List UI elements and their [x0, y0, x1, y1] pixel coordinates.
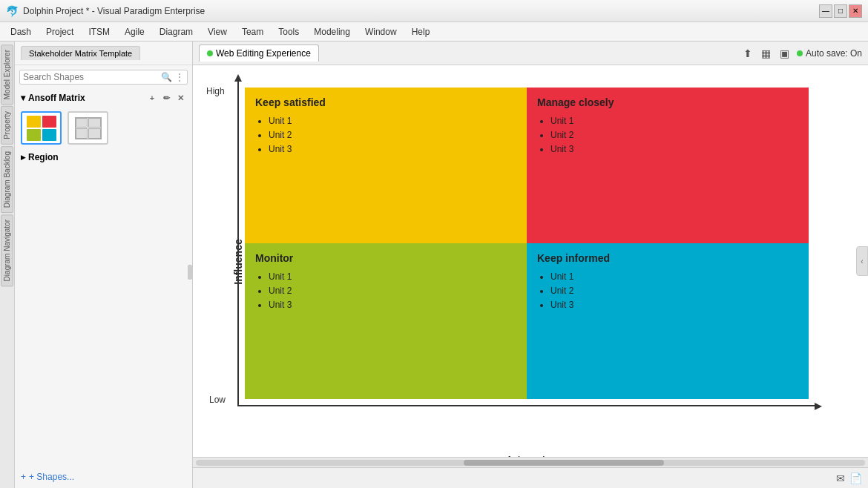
quadrant-keep-satisfied[interactable]: Keep satisfied Unit 1 Unit 2 Unit 3: [245, 88, 527, 243]
menu-project[interactable]: Project: [39, 24, 81, 40]
region-section-header[interactable]: ▸ Region: [15, 149, 192, 165]
menu-agile[interactable]: Agile: [117, 24, 152, 40]
right-collapse-handle[interactable]: ‹: [856, 246, 868, 276]
tab-dot: [207, 50, 213, 56]
window-controls: — □ ✕: [819, 4, 862, 18]
y-axis-high-label: High: [206, 86, 225, 96]
x-axis-label: Interest: [508, 454, 546, 457]
add-shapes-label: + Shapes...: [29, 472, 74, 482]
edit-section-btn[interactable]: ✏: [160, 92, 172, 104]
title-text: Dolphin Project * - Visual Paradigm Ente…: [23, 6, 815, 16]
q-title-monitor: Monitor: [255, 252, 516, 264]
status-bar: ✉ 📄: [193, 467, 868, 488]
breadcrumb[interactable]: Stakeholder Matrix Template: [21, 46, 140, 60]
region-label: Region: [28, 152, 59, 162]
menu-help[interactable]: Help: [404, 24, 438, 40]
scrollbar-thumb[interactable]: [464, 460, 665, 466]
quadrant-monitor[interactable]: Monitor Unit 1 Unit 2 Unit 3: [245, 243, 527, 399]
list-item: Unit 3: [550, 142, 798, 156]
menu-dash[interactable]: Dash: [3, 24, 39, 40]
add-shapes-button[interactable]: + + Shapes...: [15, 466, 192, 488]
content-area: Web Editing Experience ⬆ ▦ ▣ Auto save: …: [193, 42, 868, 488]
quadrant-grid: Keep satisfied Unit 1 Unit 2 Unit 3 Mana…: [245, 88, 809, 399]
autosave-label: Auto save: On: [806, 48, 862, 59]
table-grid: [75, 117, 102, 139]
add-section-btn[interactable]: +: [146, 92, 158, 104]
menu-diagram[interactable]: Diagram: [152, 24, 200, 40]
horizontal-scrollbar[interactable]: [193, 457, 868, 467]
toolbar-right: ⬆ ▦ ▣ Auto save: On: [742, 46, 862, 61]
list-item: Unit 1: [550, 270, 798, 284]
menu-team[interactable]: Team: [234, 24, 271, 40]
tab-property[interactable]: Property: [1, 106, 13, 145]
list-item: Unit 3: [550, 298, 798, 312]
scrollbar-track[interactable]: [196, 460, 865, 466]
shape-thumb-table[interactable]: [68, 111, 108, 145]
menu-modeling[interactable]: Modeling: [306, 24, 358, 40]
q-title-keep-satisfied: Keep satisfied: [255, 96, 516, 108]
list-item: Unit 3: [269, 142, 516, 156]
section-actions: + ✏ ✕: [146, 92, 186, 104]
axis-line-horizontal: [237, 405, 816, 406]
autosave-dot: [797, 50, 803, 56]
tab-label: Web Editing Experience: [216, 48, 311, 59]
section-title: Ansoff Matrix: [28, 93, 85, 103]
color-grid: [27, 116, 56, 141]
sidebar: Stakeholder Matrix Template 🔍 ⋮ ▾ Ansoff…: [15, 42, 193, 488]
y-axis-low-label: Low: [209, 395, 226, 405]
chevron-right-icon: ▸: [21, 152, 25, 162]
canvas-area[interactable]: High Influence Low Interest Low High: [193, 65, 868, 457]
email-icon[interactable]: ✉: [836, 472, 845, 484]
menu-view[interactable]: View: [200, 24, 234, 40]
tab-diagram-backlog[interactable]: Diagram Backlog: [1, 146, 13, 213]
ansoff-section-header[interactable]: ▾ Ansoff Matrix + ✏ ✕: [15, 89, 192, 107]
q-list-keep-satisfied: Unit 1 Unit 2 Unit 3: [255, 114, 516, 157]
menu-bar: Dash Project ITSM Agile Diagram View Tea…: [0, 22, 868, 42]
export-icon[interactable]: ⬆: [742, 46, 754, 61]
axis-line-vertical: [237, 80, 239, 406]
web-editing-tab[interactable]: Web Editing Experience: [199, 44, 319, 62]
app-icon: 🐬: [6, 5, 19, 17]
grid-icon[interactable]: ▦: [760, 46, 772, 61]
list-item: Unit 1: [550, 114, 798, 128]
shape-thumb-color-grid[interactable]: [21, 111, 62, 145]
list-item: Unit 2: [269, 284, 516, 298]
panel-icon[interactable]: ▣: [778, 46, 791, 61]
tab-diagram-navigator[interactable]: Diagram Navigator: [1, 214, 13, 286]
close-button[interactable]: ✕: [849, 4, 862, 18]
sidebar-resize-handle[interactable]: [188, 265, 192, 280]
autosave-status: Auto save: On: [797, 48, 862, 59]
q-title-keep-informed: Keep informed: [537, 252, 798, 264]
arrow-right: [815, 403, 822, 410]
list-item: Unit 3: [269, 298, 516, 312]
search-icons: 🔍 ⋮: [161, 72, 184, 82]
menu-tools[interactable]: Tools: [271, 24, 306, 40]
shapes-grid: [15, 107, 192, 149]
menu-itsm[interactable]: ITSM: [81, 24, 117, 40]
tab-model-explorer[interactable]: Model Explorer: [1, 44, 13, 105]
search-icon[interactable]: 🔍: [161, 72, 172, 82]
maximize-button[interactable]: □: [834, 4, 847, 18]
list-item: Unit 2: [269, 128, 516, 142]
q-list-monitor: Unit 1 Unit 2 Unit 3: [255, 270, 516, 313]
toolbar-row: Web Editing Experience ⬆ ▦ ▣ Auto save: …: [193, 42, 868, 65]
minimize-button[interactable]: —: [819, 4, 832, 18]
plus-icon: +: [21, 472, 26, 482]
list-item: Unit 1: [269, 114, 516, 128]
quadrant-manage-closely[interactable]: Manage closely Unit 1 Unit 2 Unit 3: [527, 88, 809, 243]
main-layout: Model Explorer Property Diagram Backlog …: [0, 42, 868, 488]
q-list-manage-closely: Unit 1 Unit 2 Unit 3: [537, 114, 798, 157]
quadrant-keep-informed[interactable]: Keep informed Unit 1 Unit 2 Unit 3: [527, 243, 809, 399]
list-item: Unit 2: [550, 128, 798, 142]
doc-icon[interactable]: 📄: [849, 472, 862, 484]
menu-window[interactable]: Window: [358, 24, 404, 40]
chevron-down-icon: ▾: [21, 93, 25, 103]
left-tabs: Model Explorer Property Diagram Backlog …: [0, 42, 15, 488]
sidebar-header: Stakeholder Matrix Template: [15, 42, 192, 65]
q-list-keep-informed: Unit 1 Unit 2 Unit 3: [537, 270, 798, 313]
search-bar: 🔍 ⋮: [19, 70, 188, 85]
title-bar: 🐬 Dolphin Project * - Visual Paradigm En…: [0, 0, 868, 22]
more-icon[interactable]: ⋮: [175, 72, 184, 82]
search-input[interactable]: [23, 72, 161, 82]
close-section-btn[interactable]: ✕: [174, 92, 186, 104]
